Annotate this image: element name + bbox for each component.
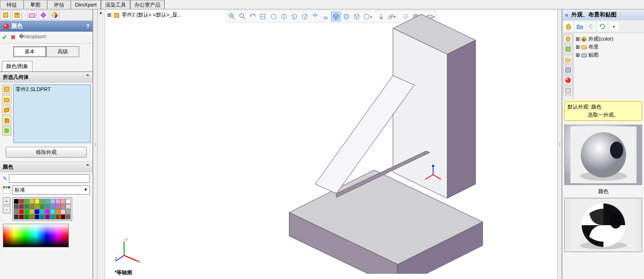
remove-appearance-button[interactable]: 移除外观 xyxy=(6,147,87,158)
help-icon[interactable]: ? xyxy=(86,23,90,30)
appearance-tree[interactable]: ⊞ 外观(color) ⊞ 布景 ⊞ 贴图 xyxy=(574,33,644,99)
collapse-icon[interactable]: ⌃ xyxy=(85,163,90,170)
selection-item[interactable]: 零件2.SLDPRT xyxy=(16,86,88,93)
tab-library-icon[interactable] xyxy=(563,44,573,54)
default-appearance-title: 默认外观: 颜色 xyxy=(568,103,639,110)
svg-text:Y: Y xyxy=(125,237,128,242)
tab-appearance-icon[interactable] xyxy=(563,76,573,85)
tab-evaluate[interactable]: 评估 xyxy=(47,0,71,9)
tab-features[interactable]: 特征 xyxy=(0,0,24,9)
task-pane-toolbar: ▾ xyxy=(562,20,644,33)
svg-point-5 xyxy=(3,24,9,29)
svg-point-45 xyxy=(565,77,571,83)
svg-point-56 xyxy=(610,142,623,159)
tree-item-decal[interactable]: ⊞ 贴图 xyxy=(576,51,642,59)
svg-rect-14 xyxy=(6,186,8,188)
tab-office[interactable]: 办公室产品 xyxy=(130,0,165,9)
remove-swatch-button[interactable]: − xyxy=(3,206,10,213)
selection-list[interactable]: 零件2.SLDPRT xyxy=(13,85,91,143)
tab-custom-icon[interactable] xyxy=(563,86,573,95)
cancel-button[interactable]: ✖ xyxy=(10,34,16,41)
basic-advanced-toggle: 基本 高级 xyxy=(0,43,92,60)
svg-rect-47 xyxy=(566,88,570,93)
flyout-tree-strip: ▸ xyxy=(98,9,105,279)
filter-face-icon[interactable] xyxy=(2,95,11,104)
back-icon[interactable] xyxy=(586,22,596,31)
property-manager: 颜色 ? ✔ ✖ �neoplasm 基本 高级 颜色/图象 所选几何体 ⌃ xyxy=(0,9,93,279)
fm-tab-display[interactable] xyxy=(50,10,59,20)
svg-rect-10 xyxy=(5,119,9,123)
svg-rect-11 xyxy=(5,129,8,133)
tab-file-icon[interactable] xyxy=(563,55,573,64)
basic-button[interactable]: 基本 xyxy=(13,46,46,57)
svg-rect-16 xyxy=(114,13,119,17)
tab-render-tools[interactable]: 渲染工具 xyxy=(101,0,130,9)
part-icon xyxy=(113,12,120,18)
collapse-icon[interactable]: ⌃ xyxy=(85,74,90,81)
tree-root-label: 零件2 (默认< <默认>_显... xyxy=(122,11,182,18)
svg-rect-42 xyxy=(566,47,570,51)
collapse-arrow-icon[interactable]: « xyxy=(565,12,569,18)
graphics-viewport[interactable]: ⊞ 零件2 (默认< <默认>_显... ▾ xyxy=(105,9,557,279)
tab-home-icon[interactable] xyxy=(563,34,573,43)
filter-body-icon[interactable] xyxy=(2,116,11,125)
filter-feature-icon[interactable] xyxy=(2,126,11,135)
model-3d[interactable] xyxy=(190,9,549,274)
eyedropper-icon[interactable]: ✎ xyxy=(3,176,7,182)
svg-rect-13 xyxy=(3,186,5,188)
fm-tab-property[interactable] xyxy=(12,10,22,20)
add-swatch-button[interactable]: + xyxy=(3,197,10,205)
left-panel-expander[interactable]: ⟩ xyxy=(93,9,98,279)
tree-item-appearance[interactable]: ⊞ 外观(color) xyxy=(576,35,642,43)
tab-color-image[interactable]: 颜色/图象 xyxy=(2,61,33,71)
filter-surface-icon[interactable] xyxy=(2,105,11,115)
open-folder-icon[interactable] xyxy=(575,22,585,31)
fm-tab-config[interactable] xyxy=(27,10,37,20)
svg-point-6 xyxy=(4,25,6,26)
selected-geometry-header[interactable]: 所选几何体 ⌃ xyxy=(0,72,92,83)
tab-dimxpert[interactable]: DimXpert xyxy=(71,0,101,9)
svg-rect-8 xyxy=(4,98,9,102)
feature-manager-tabs xyxy=(0,9,92,21)
svg-point-46 xyxy=(566,78,568,80)
filter-part-icon[interactable] xyxy=(2,85,11,94)
color-panel-header: 颜色 ? xyxy=(0,21,92,32)
tree-item-scene[interactable]: ⊞ 布景 xyxy=(576,43,642,51)
svg-rect-7 xyxy=(4,87,9,92)
fm-tab-dim[interactable] xyxy=(39,10,48,20)
appearance-preview-1[interactable] xyxy=(564,125,642,185)
task-pane: « 外观、布景和贴图 ▾ ⊞ 外观(color) xyxy=(562,9,644,279)
view-triad[interactable]: Y X Z xyxy=(115,237,143,265)
right-panel-expander[interactable]: ⟨ xyxy=(557,9,562,279)
palette-combo[interactable]: 标准▾ xyxy=(12,186,90,194)
tree-expand-icon[interactable]: ⊞ xyxy=(107,12,111,18)
main-ribbon-tabs: 特征 草图 评估 DimXpert 渲染工具 办公室产品 xyxy=(0,0,644,9)
fm-tab-tree[interactable] xyxy=(1,10,10,20)
color-section-header[interactable]: 颜色 ⌃ xyxy=(0,161,92,172)
svg-point-50 xyxy=(583,46,584,47)
svg-rect-0 xyxy=(3,13,8,17)
advanced-button[interactable]: 高级 xyxy=(46,46,79,57)
flyout-expand-icon[interactable]: ▸ xyxy=(100,10,102,15)
svg-rect-44 xyxy=(566,68,570,69)
ok-cancel-bar: ✔ ✖ �neoplasm xyxy=(0,32,92,43)
tab-sketch[interactable]: 草图 xyxy=(24,0,47,9)
color-gradient-picker[interactable] xyxy=(3,224,69,247)
home-icon[interactable] xyxy=(564,22,573,31)
svg-text:X: X xyxy=(137,259,140,264)
swatch-grid-icon[interactable] xyxy=(3,186,10,194)
task-dropdown-icon[interactable]: ▾ xyxy=(609,22,619,31)
color-value-input[interactable] xyxy=(9,174,90,183)
pin-icon[interactable]: �neoplasm xyxy=(19,34,47,41)
tab-view-icon[interactable] xyxy=(563,65,573,75)
flyout-tree-root[interactable]: ⊞ 零件2 (默认< <默认>_显... xyxy=(107,11,182,18)
refresh-icon[interactable] xyxy=(598,22,607,31)
ok-button[interactable]: ✔ xyxy=(2,34,8,41)
color-swatches[interactable] xyxy=(12,197,72,221)
svg-rect-15 xyxy=(8,186,10,188)
svg-rect-1 xyxy=(15,13,19,17)
svg-rect-3 xyxy=(29,14,35,17)
appearance-preview-2[interactable] xyxy=(564,198,642,252)
svg-rect-49 xyxy=(582,46,586,49)
svg-rect-2 xyxy=(16,14,18,15)
